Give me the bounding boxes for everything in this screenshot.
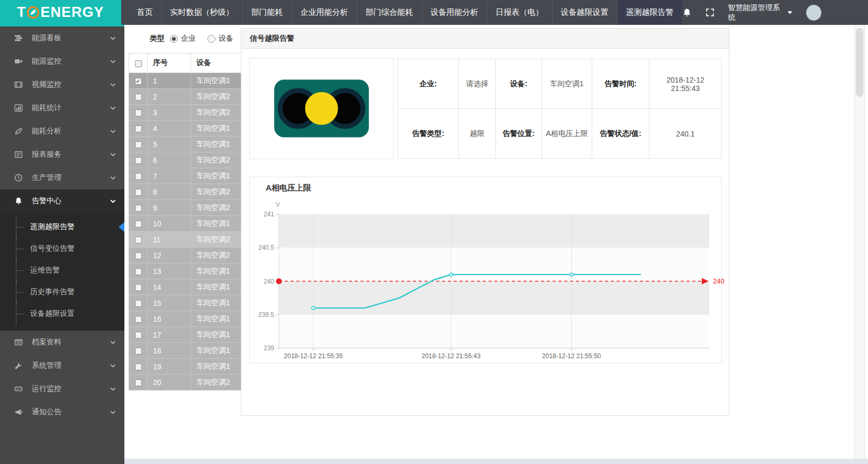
row-device: 车间空调1: [191, 263, 243, 279]
row-checkbox[interactable]: [135, 363, 142, 370]
row-checkbox-cell: [129, 152, 148, 168]
sidebar-item-4[interactable]: 能耗统计: [0, 96, 124, 120]
y-axis-label: 240: [264, 278, 274, 285]
row-checkbox-cell: [129, 295, 148, 311]
row-checkbox-cell: [129, 73, 148, 89]
sidebar-item-6[interactable]: 报表服务: [0, 143, 124, 166]
chevron-down-icon: [110, 105, 116, 111]
row-device: 车间空调1: [191, 168, 243, 184]
row-checkbox[interactable]: [135, 236, 142, 243]
row-checkbox[interactable]: [135, 189, 142, 196]
row-checkbox[interactable]: [135, 332, 142, 339]
sidebar-submenu: 遥测越限告警信号变位告警运维告警历史事件告警设备越限设置: [0, 213, 124, 331]
row-device: 车间空调1: [191, 311, 243, 327]
row-checkbox[interactable]: [135, 125, 142, 132]
user-avatar[interactable]: [806, 5, 821, 21]
sidebar-item-7[interactable]: 生产管理: [0, 166, 124, 189]
sidebar-item-label: 能源监控: [32, 57, 61, 66]
voltage-line-chart: 2018-12-12 21:55:352018-12-12 21:55:4320…: [250, 177, 721, 363]
brand-logo: T ENERGY: [0, 0, 121, 25]
y-axis-label: 241: [264, 211, 274, 218]
sidebar-item-9[interactable]: 档案资料: [0, 331, 124, 354]
scrollbar-thumb[interactable]: [856, 28, 863, 97]
submenu-item-3[interactable]: 运维告警: [0, 259, 124, 281]
submenu-item-2[interactable]: 信号变位告警: [0, 238, 124, 259]
row-checkbox-cell: [129, 248, 148, 263]
detail-label: 告警位置:: [496, 109, 542, 159]
row-checkbox-cell: [129, 232, 148, 248]
radio-unselected-icon[interactable]: [207, 35, 215, 43]
row-checkbox[interactable]: [135, 173, 142, 180]
megaphone-icon: [14, 408, 24, 416]
sidebar-item-10[interactable]: 系统管理: [0, 354, 124, 377]
row-checkbox[interactable]: [135, 221, 142, 228]
bell-icon[interactable]: [682, 8, 692, 17]
row-no: 19: [148, 359, 191, 375]
sidebar-item-3[interactable]: 视频监控: [0, 73, 124, 96]
chevron-down-icon: [110, 175, 116, 181]
row-checkbox-cell: [129, 168, 148, 184]
row-device: 车间空调1: [191, 343, 243, 359]
select-all-checkbox[interactable]: [135, 60, 142, 67]
sidebar-item-label: 生产管理: [32, 173, 61, 183]
sidebar-item-2[interactable]: 能源监控: [0, 50, 124, 73]
sidebar-item-5[interactable]: 能耗分析: [0, 120, 124, 143]
type-radio-company[interactable]: 企业: [170, 34, 196, 43]
nav-item-9[interactable]: 遥测越限告警: [617, 0, 682, 25]
row-no: 15: [148, 295, 191, 311]
row-checkbox[interactable]: [135, 284, 142, 291]
row-checkbox[interactable]: [135, 316, 142, 323]
row-checkbox[interactable]: [135, 78, 142, 85]
detail-value: A相电压上限: [542, 109, 592, 159]
fullscreen-icon[interactable]: [706, 8, 715, 17]
nav-item-5[interactable]: 部门综合能耗: [357, 0, 422, 25]
x-axis-label: 2018-12-12 21:55:50: [542, 352, 601, 360]
film-icon: [14, 80, 24, 89]
submenu-item-label: 历史事件告警: [30, 287, 75, 297]
row-checkbox[interactable]: [135, 379, 142, 386]
chevron-down-icon: [110, 35, 116, 41]
row-checkbox-cell: [129, 359, 148, 375]
nav-item-4[interactable]: 企业用能分析: [292, 0, 357, 25]
submenu-item-1[interactable]: 遥测越限告警: [0, 216, 124, 238]
x-axis-label: 2018-12-12 21:55:43: [421, 352, 481, 360]
sidebar-item-12[interactable]: 通知公告: [0, 401, 124, 424]
nav-item-7[interactable]: 日报表（电）: [487, 0, 552, 25]
row-checkbox-cell: [129, 137, 148, 152]
user-menu[interactable]: 智慧能源管理系统: [728, 3, 793, 22]
sidebar-item-8[interactable]: 告警中心: [0, 189, 124, 213]
col-header-device: 设备: [191, 53, 243, 73]
nav-item-6[interactable]: 设备用能分析: [422, 0, 487, 25]
row-checkbox[interactable]: [135, 268, 142, 275]
row-no: 4: [148, 121, 191, 137]
row-device: 车间空调2: [191, 184, 243, 200]
row-checkbox-cell: [129, 184, 148, 200]
row-checkbox[interactable]: [135, 252, 142, 259]
nav-item-3[interactable]: 部门能耗: [242, 0, 292, 25]
row-no: 11: [148, 232, 191, 248]
nav-item-2[interactable]: 实时数据（秒级）: [161, 0, 242, 25]
row-checkbox[interactable]: [135, 94, 142, 101]
top-header: T ENERGY 首页实时数据（秒级）部门能耗企业用能分析部门综合能耗设备用能分…: [0, 0, 868, 25]
row-checkbox-cell: [129, 105, 148, 121]
row-checkbox[interactable]: [135, 157, 142, 164]
row-checkbox[interactable]: [135, 300, 142, 307]
sidebar-item-11[interactable]: 运行监控: [0, 377, 124, 401]
row-checkbox[interactable]: [135, 141, 142, 148]
nav-item-8[interactable]: 设备越限设置: [552, 0, 617, 25]
row-no: 10: [148, 216, 191, 232]
sidebar-item-1[interactable]: 能源看板: [0, 26, 124, 50]
row-checkbox[interactable]: [135, 110, 142, 116]
page-bottom-strip: [124, 459, 868, 464]
row-checkbox[interactable]: [135, 205, 142, 212]
sidebar-item-label: 能源看板: [32, 33, 61, 43]
type-radio-device[interactable]: 设备: [207, 34, 233, 43]
submenu-item-5[interactable]: 设备越限设置: [0, 303, 124, 324]
radio-selected-icon[interactable]: [170, 35, 178, 43]
submenu-item-4[interactable]: 历史事件告警: [0, 281, 124, 303]
nav-item-1[interactable]: 首页: [129, 0, 161, 25]
vertical-scrollbar[interactable]: [854, 25, 865, 464]
sidebar-item-label: 视频监控: [32, 80, 61, 89]
row-checkbox[interactable]: [135, 348, 142, 354]
row-checkbox-cell: [129, 216, 148, 232]
